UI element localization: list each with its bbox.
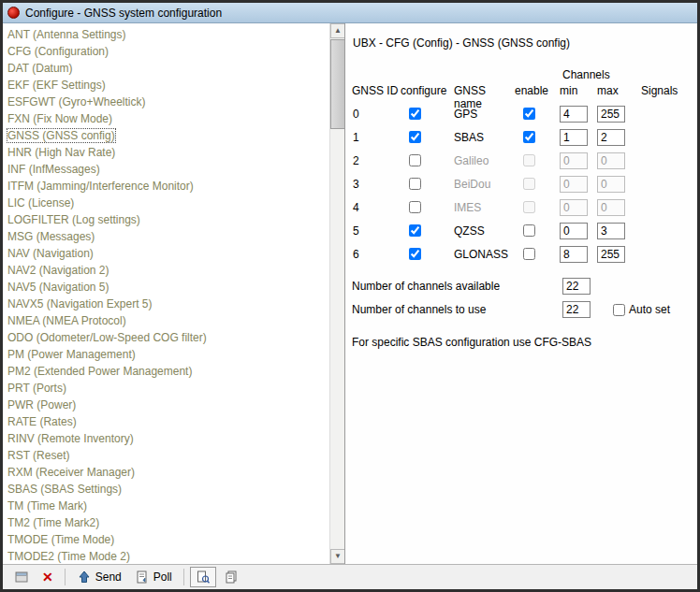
- max-channels-field: [597, 176, 625, 193]
- sidebar-item-tm2[interactable]: TM2 (Time Mark2): [3, 514, 329, 531]
- sidebar-item-itfm[interactable]: ITFM (Jamming/Interference Monitor): [3, 178, 329, 195]
- enable-checkbox[interactable]: [523, 224, 535, 237]
- gnss-id-value: 4: [352, 195, 401, 219]
- min-cell: [560, 125, 597, 149]
- max-channels-field[interactable]: [597, 223, 625, 239]
- channels-available-field[interactable]: [562, 278, 591, 295]
- enable-checkbox[interactable]: [523, 248, 535, 260]
- sidebar-item-msg[interactable]: MSG (Messages): [3, 228, 329, 245]
- list-scrollbar[interactable]: ▲ ▼: [329, 23, 344, 564]
- max-cell: [597, 125, 641, 149]
- sidebar-item-rinv[interactable]: RINV (Remote Inventory): [3, 430, 329, 447]
- sidebar-item-tmode2[interactable]: TMODE2 (Time Mode 2): [3, 548, 329, 564]
- sidebar-item-dat[interactable]: DAT (Datum): [3, 60, 329, 77]
- send-button[interactable]: Send: [71, 567, 127, 587]
- enable-checkbox[interactable]: [523, 108, 535, 120]
- max-channels-field[interactable]: [597, 246, 625, 263]
- max-channels-field[interactable]: [597, 129, 625, 146]
- sidebar-item-prt[interactable]: PRT (Ports): [3, 380, 329, 397]
- configure-checkbox[interactable]: [409, 154, 421, 166]
- col-max: max: [597, 84, 641, 100]
- configure-checkbox[interactable]: [409, 201, 421, 213]
- sidebar-item-pwr[interactable]: PWR (Power): [3, 397, 329, 413]
- sidebar-item-sbas[interactable]: SBAS (SBAS Settings): [3, 481, 329, 498]
- configure-checkbox[interactable]: [409, 178, 421, 190]
- channels-available-label: Number of channels available: [352, 280, 500, 293]
- abort-button[interactable]: ✕: [36, 567, 59, 587]
- signals-cell: [641, 242, 693, 266]
- sidebar-item-label: RST (Reset): [7, 449, 69, 462]
- col-enable: enable: [515, 84, 560, 100]
- sidebar-item-rxm[interactable]: RXM (Receiver Manager): [3, 464, 329, 481]
- config-list-panel: ANT (Antenna Settings)CFG (Configuration…: [3, 23, 344, 564]
- configure-cell: [401, 125, 454, 149]
- sidebar-item-nav[interactable]: NAV (Navigation): [3, 245, 329, 262]
- enable-checkbox[interactable]: [523, 131, 535, 143]
- configure-checkbox[interactable]: [409, 131, 421, 143]
- sidebar-item-label: CFG (Configuration): [7, 45, 109, 58]
- sidebar-item-label: FXN (Fix Now Mode): [7, 112, 112, 125]
- sidebar-item-label: SBAS (SBAS Settings): [7, 483, 122, 496]
- sidebar-item-rst[interactable]: RST (Reset): [3, 447, 329, 464]
- sidebar-item-tm[interactable]: TM (Time Mark): [3, 498, 329, 514]
- configure-checkbox[interactable]: [409, 108, 421, 120]
- poll-once-button[interactable]: [190, 567, 216, 587]
- max-channels-field[interactable]: [597, 106, 625, 123]
- poll-icon: [135, 570, 150, 585]
- sidebar-item-pm[interactable]: PM (Power Management): [3, 346, 329, 363]
- sidebar-item-nav2[interactable]: NAV2 (Navigation 2): [3, 262, 329, 279]
- sidebar-item-ekf[interactable]: EKF (EKF Settings): [3, 77, 329, 94]
- poll-button[interactable]: Poll: [129, 567, 178, 587]
- scroll-up-button[interactable]: ▲: [330, 23, 345, 38]
- pages-icon: [224, 570, 239, 585]
- configure-cell: [401, 219, 454, 242]
- scrollbar-thumb[interactable]: [330, 39, 345, 129]
- auto-set-checkbox[interactable]: [613, 304, 625, 316]
- channels-use-field[interactable]: [562, 301, 591, 318]
- configure-checkbox[interactable]: [409, 248, 421, 260]
- enable-cell: [515, 172, 560, 195]
- sidebar-item-rate[interactable]: RATE (Rates): [3, 413, 329, 430]
- col-signals: Signals: [641, 84, 693, 100]
- sidebar-item-label: RATE (Rates): [7, 415, 77, 428]
- gnss-name-value: IMES: [454, 195, 515, 219]
- sidebar-item-logfilter[interactable]: LOGFILTER (Log settings): [3, 211, 329, 228]
- sidebar-item-label: ITFM (Jamming/Interference Monitor): [7, 180, 194, 193]
- auto-poll-button[interactable]: [218, 567, 244, 587]
- sidebar-item-odo[interactable]: ODO (Odometer/Low-Speed COG filter): [3, 329, 329, 346]
- min-channels-field[interactable]: [560, 106, 588, 123]
- signals-cell: [641, 149, 693, 172]
- sidebar-item-inf[interactable]: INF (InfMessages): [3, 161, 329, 178]
- sidebar-item-cfg[interactable]: CFG (Configuration): [3, 43, 329, 60]
- send-icon: [77, 570, 92, 585]
- gnss-table-header: Channels GNSS ID configure GNSS name ena…: [352, 68, 693, 100]
- sidebar-item-fxn[interactable]: FXN (Fix Now Mode): [3, 110, 329, 127]
- configure-checkbox[interactable]: [409, 224, 421, 237]
- sidebar-item-gnss[interactable]: GNSS (GNSS config): [3, 127, 329, 144]
- min-channels-field[interactable]: [560, 246, 588, 263]
- sidebar-item-hnr[interactable]: HNR (High Nav Rate): [3, 144, 329, 161]
- sidebar-item-label: GNSS (GNSS config): [7, 129, 115, 142]
- sidebar-item-ant[interactable]: ANT (Antenna Settings): [3, 26, 329, 43]
- sidebar-item-lic[interactable]: LIC (License): [3, 195, 329, 211]
- min-cell: [560, 195, 597, 219]
- sidebar-item-nmea[interactable]: NMEA (NMEA Protocol): [3, 312, 329, 329]
- sidebar-item-label: NAV2 (Navigation 2): [7, 264, 109, 277]
- scroll-down-button[interactable]: ▼: [330, 549, 345, 564]
- sidebar-item-esfgwt[interactable]: ESFGWT (Gyro+Wheeltick): [3, 94, 329, 110]
- sidebar-item-label: ESFGWT (Gyro+Wheeltick): [7, 95, 145, 108]
- window-title: Configure - GNSS system configuration: [25, 7, 222, 20]
- sidebar-item-pm2[interactable]: PM2 (Extended Power Management): [3, 363, 329, 380]
- sidebar-item-label: DAT (Datum): [7, 62, 73, 75]
- min-channels-field[interactable]: [560, 129, 588, 146]
- max-cell: [597, 102, 641, 125]
- min-channels-field[interactable]: [560, 223, 588, 239]
- sidebar-item-navx5[interactable]: NAVX5 (Navigation Expert 5): [3, 296, 329, 312]
- signals-cell: [641, 172, 693, 195]
- sidebar-item-nav5[interactable]: NAV5 (Navigation 5): [3, 279, 329, 296]
- col-min: min: [560, 84, 597, 100]
- gnss-name-value: QZSS: [454, 219, 515, 242]
- max-cell: [597, 195, 641, 219]
- sidebar-item-tmode[interactable]: TMODE (Time Mode): [3, 531, 329, 548]
- toolbar-window-button[interactable]: [8, 567, 35, 587]
